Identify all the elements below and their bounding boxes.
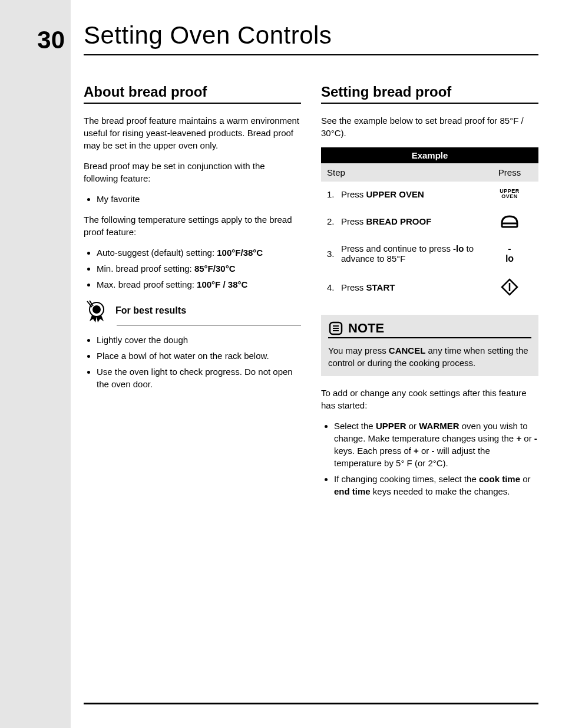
step-number: 4. [327,282,341,292]
note-title: NOTE [348,321,384,336]
list-item: Min. bread proof setting: 85°F/30°C [97,262,301,275]
step-text: Press and continue to press -lo to advan… [341,243,487,263]
note-rule [328,337,531,338]
table-row: 2. Press BREAD PROOF [321,207,538,236]
example-title: Example [321,147,538,163]
best-results-list: Lightly cover the dough Place a bowl of … [84,334,301,390]
press-cell [487,214,533,229]
list-item: Auto-suggest (default) setting: 100°F/38… [97,246,301,259]
best-results-rule [117,325,301,325]
after-started-p: To add or change any cook settings after… [321,387,538,411]
list-item: Max. bread proof setting: 100°F / 38°C [97,278,301,291]
col-step-label: Step [327,167,487,177]
example-table: Example Step Press 1. Press UPPER OVEN U… [321,147,538,303]
svg-point-1 [92,305,101,314]
step-text: Press UPPER OVEN [341,189,487,199]
upper-oven-icon: UPPER OVEN [487,189,533,200]
press-cell: - lo [487,243,533,264]
about-p3: The following temperature settings apply… [84,213,301,238]
list-item: Lightly cover the dough [97,334,301,346]
minus-lo-icon: - lo [487,243,533,264]
title-divider [84,54,538,55]
step-text: Press START [341,282,487,292]
list-item: If changing cooking times, select the co… [334,473,538,498]
example-header-row: Step Press [321,163,538,182]
about-heading: About bread proof [84,84,301,100]
temperature-list: Auto-suggest (default) setting: 100°F/38… [84,246,301,291]
table-row: 1. Press UPPER OVEN UPPER OVEN [321,182,538,207]
col-press-label: Press [487,167,533,177]
setting-intro: See the example below to set bread proof… [321,114,538,139]
footer-rule [84,703,538,704]
setting-heading: Setting bread proof [321,84,538,100]
press-cell: UPPER OVEN [487,189,533,200]
right-column: Setting bread proof See the example belo… [321,84,538,506]
page-title: Setting Oven Controls [84,21,538,50]
best-results-header: For best results [84,299,301,322]
about-heading-rule [84,103,301,104]
ribbon-icon [84,299,110,322]
start-icon [501,281,518,291]
list-item: Place a bowl of hot water on the rack be… [97,350,301,362]
list-item: My favorite [97,193,301,205]
about-p2: Bread proof may be set in conjunction wi… [84,160,301,185]
main-content: Setting Oven Controls About bread proof … [71,0,562,728]
note-icon [328,321,343,336]
about-p1: The bread proof feature maintains a warm… [84,114,301,151]
bread-proof-icon [500,216,520,226]
step-text: Press BREAD PROOF [341,216,487,226]
table-row: 4. Press START [321,271,538,303]
step-number: 3. [327,249,341,259]
step-number: 2. [327,216,341,226]
best-results-title: For best results [115,305,186,316]
conjunction-list: My favorite [84,193,301,205]
note-box: NOTE You may press CANCEL any time when … [321,315,538,376]
table-row: 3. Press and continue to press -lo to ad… [321,236,538,271]
list-item: Use the oven light to check progress. Do… [97,365,301,390]
left-column: About bread proof The bread proof featur… [84,84,301,506]
page-number: 30 [0,26,65,54]
step-number: 1. [327,189,341,199]
list-item: Select the UPPER or WARMER oven you wish… [334,420,538,469]
left-sidebar: 30 [0,0,71,728]
setting-heading-rule [321,103,538,104]
after-started-list: Select the UPPER or WARMER oven you wish… [321,420,538,498]
press-cell [487,278,533,296]
note-body: You may press CANCEL any time when setti… [328,344,531,369]
